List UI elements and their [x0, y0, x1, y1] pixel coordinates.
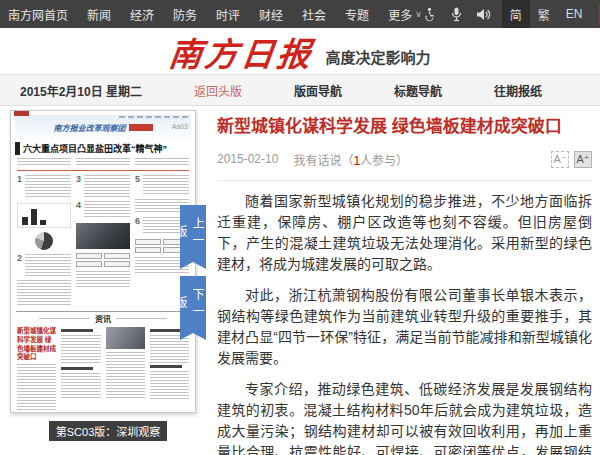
- page-navigation-link[interactable]: 版面导航: [294, 82, 342, 99]
- item-number: 3: [76, 175, 81, 184]
- top-navigation-bar: 南方网首页 新闻 经济 防务 时评 财经 社会 专题 更多 ∨ 简 繁 EN 登…: [0, 0, 600, 28]
- paper-caption: 第SC03版：深圳观察: [49, 421, 168, 441]
- paper-body: 1 2 3: [17, 175, 189, 306]
- flow-box: [76, 253, 102, 259]
- paper-section-divider: [16, 311, 190, 312]
- mini-bar-chart: [17, 203, 71, 228]
- text-lines: [150, 335, 189, 363]
- flow-box: [104, 253, 130, 259]
- nav-defense[interactable]: 防务: [173, 6, 197, 23]
- nav-more[interactable]: 更多 ∨: [388, 6, 422, 23]
- previous-page-tab[interactable]: 上一版: [180, 205, 206, 269]
- headline-navigation-link[interactable]: 标题导航: [394, 82, 442, 99]
- lang-simplified[interactable]: 简: [502, 0, 530, 28]
- topbar-tools: [422, 7, 492, 22]
- nanfang-daily-logo: 南方日报: [168, 41, 315, 69]
- nav-commentary[interactable]: 时评: [216, 6, 240, 23]
- next-page-tab[interactable]: 下一版: [180, 276, 206, 340]
- article-body: 随着国家新型城镇化规划的稳步推进，不少地方面临拆迁重建，保障房、棚户区改造等也刻…: [217, 191, 592, 455]
- paper-banner-title: 南方报业改革观察团: [54, 122, 126, 133]
- bar: [40, 220, 46, 225]
- paper-column-2: 3 4: [76, 175, 130, 306]
- item-number: 4: [76, 201, 81, 210]
- nav-finance[interactable]: 财经: [259, 6, 283, 23]
- mini-subhead: [61, 329, 93, 332]
- item-number: 5: [135, 175, 140, 184]
- flow-box: [135, 239, 161, 245]
- paper-page-number: Aa03: [172, 123, 188, 130]
- paper-article-column: [106, 327, 145, 413]
- nav-home[interactable]: 南方网首页: [8, 6, 68, 23]
- highlighted-article-title: 新型城镇化谋科学发展 绿色墙板建材成突破口: [17, 327, 56, 362]
- paper-photo: [76, 223, 130, 249]
- comment-link[interactable]: 我有话说（1人参与）: [293, 151, 408, 168]
- flow-box: [104, 261, 130, 267]
- paper-top-dashes: [119, 116, 189, 118]
- text-lines: [25, 254, 71, 276]
- font-size-controls: A⁻ A⁺: [551, 151, 592, 168]
- text-lines: [76, 158, 130, 167]
- text-lines: [61, 335, 100, 365]
- paper-headline-tag: [15, 142, 20, 155]
- item-number: 6: [135, 217, 140, 226]
- paper-intro-lines: [17, 158, 189, 171]
- mini-flow-diagram: [76, 253, 130, 267]
- paper-article-column: [61, 327, 100, 413]
- numbered-item: 2: [17, 254, 71, 276]
- text-lines: [135, 158, 189, 167]
- article-meta: 2015-02-10 我有话说（1人参与） A⁻ A⁺: [217, 151, 592, 181]
- text-lines: [143, 175, 189, 195]
- masthead-tagline: 高度决定影响力: [325, 46, 430, 69]
- accessibility-icon[interactable]: [422, 7, 437, 22]
- paper-article-column: 新型城镇化谋科学发展 绿色墙板建材成突破口: [17, 327, 56, 413]
- article-paragraph: 对此，浙江杭萧钢构股份有限公司董事长单银木表示，钢结构等绿色建筑作为当前建筑业转…: [217, 285, 592, 369]
- numbered-item: 4: [76, 201, 130, 219]
- paper-corner-mark: [14, 111, 29, 116]
- paper-banner-badge: [129, 124, 153, 131]
- speaker-icon[interactable]: [476, 7, 492, 22]
- nav-topics[interactable]: 专题: [345, 6, 369, 23]
- paper-photo: [106, 327, 145, 349]
- text-lines: [61, 373, 100, 399]
- text-lines: [84, 201, 130, 219]
- issue-date: 2015年2月10日 星期二: [20, 82, 142, 99]
- nav-news[interactable]: 新闻: [87, 6, 111, 23]
- article-title: 新型城镇化谋科学发展 绿色墙板建材成突破口: [217, 115, 592, 139]
- mini-subhead: [61, 367, 93, 370]
- comment-suffix: 人参与）: [360, 154, 408, 168]
- text-lines: [84, 175, 130, 197]
- numbered-item: 3: [76, 175, 130, 197]
- nav-society[interactable]: 社会: [302, 6, 326, 23]
- flow-box: [135, 247, 161, 253]
- text-lines: [106, 352, 145, 400]
- main-content: 南方报业改革观察团 Aa03 六大重点项目凸显盐田改革“精气神” 1: [0, 106, 600, 455]
- back-to-front-page-link[interactable]: 返回头版: [194, 82, 242, 99]
- section-rule: [39, 318, 90, 319]
- microphone-icon[interactable]: [450, 7, 463, 22]
- mini-pie-chart: [35, 232, 53, 250]
- language-switch: 简 繁 EN: [502, 0, 591, 28]
- lang-traditional[interactable]: 繁: [530, 0, 558, 28]
- font-increase-button[interactable]: A⁺: [574, 151, 592, 168]
- lang-english[interactable]: EN: [558, 0, 591, 28]
- article-paragraph: 随着国家新型城镇化规划的稳步推进，不少地方面临拆迁重建，保障房、棚户区改造等也刻…: [217, 191, 592, 275]
- article-panel: 新型城镇化谋科学发展 绿色墙板建材成突破口 2015-02-10 我有话说（1人…: [206, 110, 592, 455]
- newspaper-page-thumbnail[interactable]: 南方报业改革观察团 Aa03 六大重点项目凸显盐田改革“精气神” 1: [10, 110, 196, 413]
- paper-thumbnail-column: 南方报业改革观察团 Aa03 六大重点项目凸显盐田改革“精气神” 1: [10, 110, 206, 455]
- item-number: 2: [17, 254, 22, 263]
- text-lines: [17, 158, 71, 167]
- section-rule: [116, 318, 167, 319]
- flow-box: [76, 261, 102, 267]
- numbered-item: 1: [17, 175, 71, 199]
- bar: [31, 209, 37, 225]
- past-issues-link[interactable]: 往期报纸: [494, 82, 542, 99]
- article-paragraph: 专家介绍，推动绿色建筑、低碳经济发展是发展钢结构建筑的初衷。混凝土结构材料50年…: [217, 379, 592, 455]
- article-date: 2015-02-10: [217, 152, 278, 166]
- nav-economy[interactable]: 经济: [130, 6, 154, 23]
- paper-headline-row: 六大重点项目凸显盐田改革“精气神”: [15, 142, 191, 155]
- font-decrease-button[interactable]: A⁻: [551, 151, 569, 168]
- nav-more-label: 更多: [388, 6, 412, 23]
- paper-column-1: 1 2: [17, 175, 71, 306]
- text-lines: [25, 175, 71, 199]
- text-lines: [17, 280, 71, 306]
